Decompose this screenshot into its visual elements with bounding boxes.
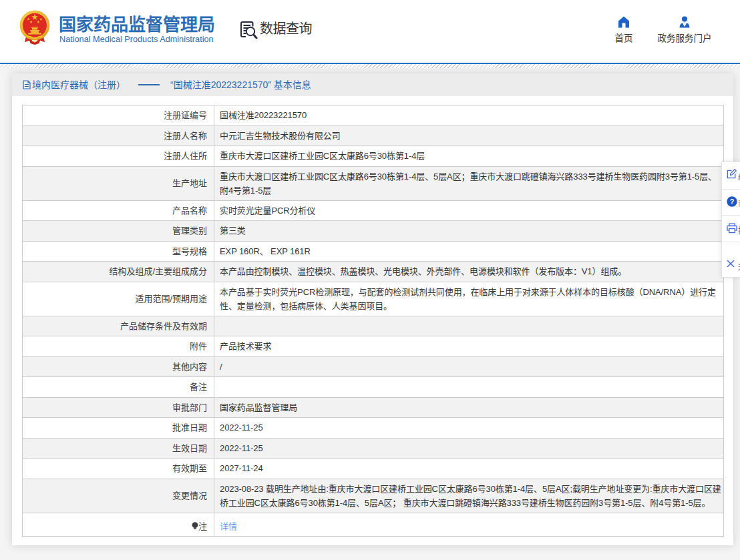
svg-text:?: ? (730, 197, 735, 205)
